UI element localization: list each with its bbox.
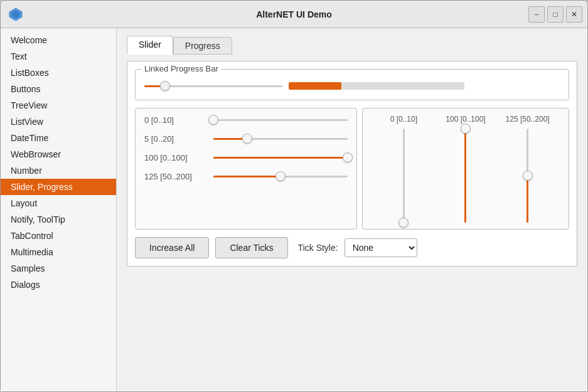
bottom-controls: Increase All Clear Ticks Tick Style: Non… [135,237,569,258]
tick-style-label: Tick Style: [298,243,338,253]
h-slider-label-1: 5 [0..20] [144,134,213,144]
maximize-button[interactable]: □ [547,6,564,23]
sidebar-item-welcome[interactable]: Welcome [1,32,116,48]
h-slider-label-0: 0 [0..10] [144,115,213,125]
h-slider-row-0: 0 [0..10] [144,114,348,126]
sidebar-item-webbrowser[interactable]: WebBrowser [1,146,116,162]
h-slider-2[interactable] [213,151,348,164]
v-slider-col-label-1: 100 [0..100] [441,115,491,124]
sidebar-item-datetime[interactable]: DateTime [1,130,116,146]
titlebar: AlterNET UI Demo − □ ✕ [1,1,587,28]
h-slider-thumb-2[interactable] [343,152,353,162]
v-thumb-1[interactable] [461,124,471,134]
sidebar-item-layout[interactable]: Layout [1,195,116,211]
linked-bar-row [144,80,560,92]
v-slider-col-label-0: 0 [0..10] [378,115,429,124]
h-slider-row-3: 125 [50..200] [144,170,348,183]
linked-progress-bar-section: Linked Progress Bar [135,69,569,100]
h-slider-row-2: 100 [0..100] [144,151,348,164]
v-thumb-2[interactable] [523,171,533,181]
h-slider-label-2: 100 [0..100] [144,153,213,162]
v-fill-2 [527,176,528,223]
h-slider-thumb-0[interactable] [208,115,218,125]
linked-slider-track [144,85,282,87]
tick-style-select[interactable]: None Both TopLeft BottomRight [345,238,417,257]
v-thumb-0[interactable] [398,218,409,228]
tab-slider[interactable]: Slider [127,36,173,55]
sidebar-item-treeview[interactable]: TreeView [1,97,116,114]
window-controls: − □ ✕ [528,6,582,23]
v-sliders-header: 0 [0..10] 100 [0..100] 125 [50..200] [373,115,559,124]
linked-slider[interactable] [144,80,282,92]
minimize-button[interactable]: − [528,6,545,23]
tab-panel: Linked Progress Bar [127,61,577,267]
linked-progress-bar [289,82,464,90]
sidebar-item-samples[interactable]: Samples [1,260,116,277]
app-icon [8,7,23,22]
main-area: Slider Progress Linked Progress Bar [117,28,587,391]
main-window: AlterNET UI Demo − □ ✕ Welcome Text List… [0,0,588,392]
linked-slider-thumb[interactable] [160,81,170,91]
linked-progress-fill [289,82,341,90]
content-area: Welcome Text ListBoxes Buttons TreeView … [1,28,587,391]
v-slider-col-0[interactable] [378,129,429,223]
h-slider-fill-2 [213,157,348,159]
v-slider-col-2[interactable] [503,129,553,223]
h-slider-row-1: 5 [0..20] [144,132,348,145]
sliders-row: 0 [0..10] 5 [0..20] [135,108,569,230]
v-slider-col-1[interactable] [441,129,491,223]
h-slider-fill-3 [213,176,281,177]
close-button[interactable]: ✕ [566,6,582,23]
v-sliders-body [373,129,559,223]
h-slider-thumb-3[interactable] [275,171,286,181]
v-fill-1 [464,129,466,223]
sidebar-item-dialogs[interactable]: Dialogs [1,277,116,293]
sidebar-item-listboxes[interactable]: ListBoxes [1,65,116,81]
h-slider-track-2 [213,157,348,159]
sidebar-item-multimedia[interactable]: Multimedia [1,244,116,260]
v-sliders-panel: 0 [0..10] 100 [0..100] 125 [50..200] [362,108,569,230]
h-slider-track-0 [213,119,348,121]
sidebar-item-listview[interactable]: ListView [1,114,116,130]
sidebar-item-buttons[interactable]: Buttons [1,81,116,97]
sidebar-item-number[interactable]: Number [1,162,116,179]
sidebar-item-tabcontrol[interactable]: TabControl [1,228,116,244]
h-slider-1[interactable] [213,132,348,145]
h-slider-track-1 [213,138,348,140]
v-slider-col-label-2: 125 [50..200] [503,115,553,124]
h-sliders-panel: 0 [0..10] 5 [0..20] [135,108,357,230]
sidebar: Welcome Text ListBoxes Buttons TreeView … [1,28,117,391]
sidebar-item-text[interactable]: Text [1,48,116,65]
window-title: AlterNET UI Demo [256,9,332,19]
sidebar-item-notify-tooltip[interactable]: Notify, ToolTip [1,211,116,228]
increase-all-button[interactable]: Increase All [135,237,209,258]
clear-ticks-button[interactable]: Clear Ticks [215,237,287,258]
sidebar-item-slider-progress[interactable]: Slider, Progress [1,179,116,195]
tab-progress[interactable]: Progress [173,37,232,55]
h-slider-label-3: 125 [50..200] [144,172,213,181]
h-slider-3[interactable] [213,170,348,183]
linked-bar-label: Linked Progress Bar [142,64,221,73]
tab-bar: Slider Progress [127,36,577,55]
h-slider-0[interactable] [213,114,348,126]
h-slider-track-3 [213,176,348,177]
h-slider-thumb-1[interactable] [242,134,252,144]
